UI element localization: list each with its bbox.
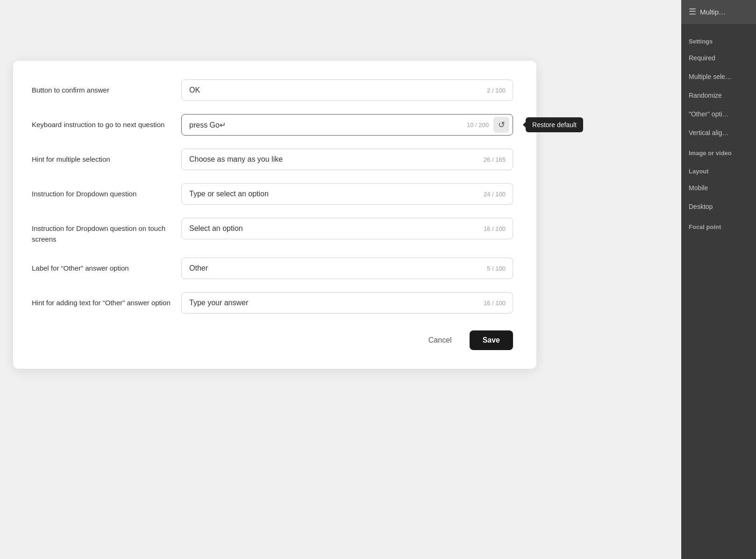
form-row-hint-other-text: Hint for adding text for “Other” answer … [32, 292, 513, 314]
input-wrapper-hint-multiple: 26 / 165 [181, 149, 513, 170]
sidebar-item-multiple-select[interactable]: Multiple sele… [681, 68, 756, 85]
label-instruction-dropdown: Instruction for Dropdown question [32, 183, 172, 200]
restore-default-tooltip: Restore default [526, 117, 583, 132]
modal-card: Button to confirm answer 2 / 100 Keyboar… [13, 61, 536, 369]
label-keyboard-instruction: Keyboard instruction to go to next quest… [32, 114, 172, 130]
sidebar-item-randomize[interactable]: Randomize [681, 87, 756, 104]
input-wrapper-instruction-dropdown: 24 / 100 [181, 183, 513, 205]
modal-footer: Cancel Save [32, 330, 513, 350]
label-button-confirm: Button to confirm answer [32, 79, 172, 96]
sidebar-header-title: Multip… [700, 8, 726, 16]
sidebar-items: Settings Required Multiple sele… Randomi… [681, 24, 756, 241]
form-row-hint-multiple: Hint for multiple selection 26 / 165 [32, 149, 513, 170]
form-row-label-other: Label for “Other” answer option 5 / 100 [32, 258, 513, 279]
focal-point-section-title: Focal point [681, 217, 756, 233]
right-sidebar: ☰ Multip… Settings Required Multiple sel… [681, 0, 756, 559]
form-row-instruction-dropdown: Instruction for Dropdown question 24 / 1… [32, 183, 513, 205]
sidebar-item-desktop[interactable]: Desktop [681, 198, 756, 215]
input-label-other[interactable] [181, 258, 513, 279]
layout-section-title: Layout [681, 161, 756, 178]
label-hint-other-text: Hint for adding text for “Other” answer … [32, 292, 172, 308]
sidebar-item-other-option[interactable]: "Other" opti… [681, 106, 756, 122]
input-wrapper-instruction-dropdown-touch: 16 / 100 [181, 218, 513, 239]
settings-section-title: Settings [681, 31, 756, 48]
form-row-keyboard-instruction: Keyboard instruction to go to next quest… [32, 114, 513, 136]
label-instruction-dropdown-touch: Instruction for Dropdown question on tou… [32, 218, 172, 244]
restore-default-button[interactable]: ↺ [493, 117, 509, 133]
form-row-instruction-dropdown-touch: Instruction for Dropdown question on tou… [32, 218, 513, 244]
input-wrapper-hint-other-text: 16 / 100 [181, 292, 513, 314]
label-hint-multiple: Hint for multiple selection [32, 149, 172, 165]
save-button[interactable]: Save [470, 330, 513, 350]
input-wrapper-label-other: 5 / 100 [181, 258, 513, 279]
image-video-section-title: Image or video [681, 143, 756, 159]
sidebar-header: ☰ Multip… [681, 0, 756, 24]
input-keyboard-instruction[interactable] [181, 114, 513, 136]
input-hint-other-text[interactable] [181, 292, 513, 314]
input-wrapper-button-confirm: 2 / 100 [181, 79, 513, 101]
cancel-button[interactable]: Cancel [417, 330, 463, 350]
sidebar-header-icon: ☰ [689, 7, 696, 17]
input-button-confirm[interactable] [181, 79, 513, 101]
sidebar-item-mobile[interactable]: Mobile [681, 179, 756, 196]
input-hint-multiple[interactable] [181, 149, 513, 170]
form-row-button-confirm: Button to confirm answer 2 / 100 [32, 79, 513, 101]
input-instruction-dropdown-touch[interactable] [181, 218, 513, 239]
input-instruction-dropdown[interactable] [181, 183, 513, 205]
sidebar-item-required[interactable]: Required [681, 50, 756, 66]
label-other-option: Label for “Other” answer option [32, 258, 172, 274]
input-wrapper-keyboard-instruction: 10 / 200 ↺ Restore default [181, 114, 513, 136]
sidebar-item-vertical-align[interactable]: Vertical alig… [681, 124, 756, 141]
